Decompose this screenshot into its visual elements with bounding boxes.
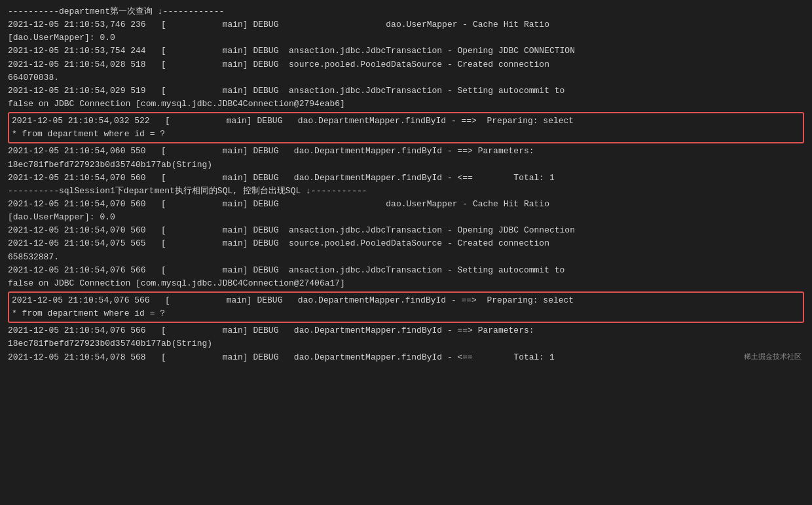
log-line: 2021-12-05 21:10:54,078 568 [ main] DEBU… — [8, 351, 804, 364]
log-line: 2021-12-05 21:10:53,754 244 [ main] DEBU… — [8, 45, 804, 58]
log-line: 2021-12-05 21:10:54,070 560 [ main] DEBU… — [8, 172, 804, 185]
log-line: 2021-12-05 21:10:54,076 566 [ main] DEBU… — [8, 264, 804, 290]
log-line: 2021-12-05 21:10:54,076 566 [ main] DEBU… — [8, 291, 804, 323]
log-line: 2021-12-05 21:10:54,060 550 [ main] DEBU… — [8, 145, 804, 171]
log-line: 2021-12-05 21:10:54,029 519 [ main] DEBU… — [8, 84, 804, 111]
log-line: 2021-12-05 21:10:54,028 518 [ main] DEBU… — [8, 58, 804, 84]
log-line: 2021-12-05 21:10:54,076 566 [ main] DEBU… — [8, 324, 804, 350]
separator-line: ----------sqlSession1下department执行相同的SQL… — [8, 185, 804, 198]
log-line: 2021-12-05 21:10:53,746 236 [ main] DEBU… — [8, 18, 804, 45]
log-line: 2021-12-05 21:10:54,070 560 [ main] DEBU… — [8, 198, 804, 224]
log-line: 2021-12-05 21:10:54,075 565 [ main] DEBU… — [8, 237, 804, 263]
log-line: 2021-12-05 21:10:54,070 560 [ main] DEBU… — [8, 224, 804, 237]
log-container: ----------department第一次查询 ↓------------2… — [0, 0, 812, 369]
watermark: 稀土掘金技术社区 — [744, 352, 802, 363]
separator-line: ----------department第一次查询 ↓------------ — [8, 5, 804, 18]
log-line: 2021-12-05 21:10:54,032 522 [ main] DEBU… — [8, 112, 804, 143]
